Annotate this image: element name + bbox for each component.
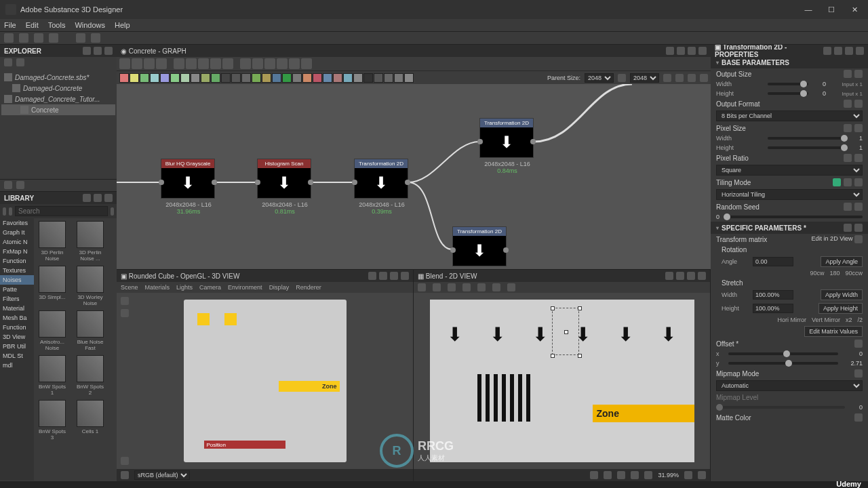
- palette-swatch[interactable]: [363, 73, 373, 83]
- scale-x2[interactable]: x2: [846, 317, 852, 323]
- graph-node[interactable]: Transformation 2D⬇2048x2048 - L160.84ms: [479, 118, 534, 158]
- reset-icon[interactable]: [844, 178, 852, 186]
- view3d-light-icon[interactable]: [121, 309, 129, 317]
- view3d-menu-display[interactable]: Display: [269, 284, 290, 291]
- explorer-item[interactable]: Damaged-Concrete.sbs*: [1, 72, 115, 83]
- specific-params-header[interactable]: SPECIFIC PARAMETERS *: [722, 224, 806, 232]
- palette-swatch[interactable]: [119, 73, 129, 83]
- explorer-pin-icon[interactable]: [83, 47, 91, 55]
- palette-swatch[interactable]: [272, 73, 281, 83]
- view3d-camera-icon[interactable]: [121, 297, 129, 305]
- palette-swatch[interactable]: [323, 73, 332, 83]
- tiling-mode-select[interactable]: Horizontal Tiling: [716, 189, 863, 200]
- width-slider[interactable]: [768, 83, 808, 85]
- view2d-max-icon[interactable]: [687, 272, 695, 280]
- palette-swatch[interactable]: [201, 73, 210, 83]
- reset-icon[interactable]: [844, 100, 852, 108]
- view2d-status-icon[interactable]: [590, 471, 598, 479]
- window-maximize[interactable]: ☐: [823, 5, 840, 14]
- node-size-select[interactable]: 2048: [630, 73, 659, 83]
- view3d-menu-lights[interactable]: Lights: [176, 284, 193, 291]
- graph-tool-icon[interactable]: [119, 58, 130, 69]
- graph-node[interactable]: Transformation 2D⬇2048x2048 - L160.39ms: [354, 159, 408, 199]
- hori-mirror[interactable]: Hori Mirror: [777, 317, 806, 323]
- palette-swatch[interactable]: [353, 73, 363, 83]
- view3d-preview[interactable]: Zone Position: [184, 300, 347, 462]
- graph-tool-icon[interactable]: [277, 58, 288, 69]
- library-thumb[interactable]: 3D Perlin Noise ...: [75, 221, 106, 262]
- palette-swatch[interactable]: [191, 73, 200, 83]
- view3d-menu-camera[interactable]: Camera: [199, 284, 221, 291]
- palette-swatch[interactable]: [170, 73, 180, 83]
- vert-mirror[interactable]: Vert Mirror: [812, 317, 840, 323]
- graph-rt-icon[interactable]: [688, 74, 696, 82]
- toolbar-new-icon[interactable]: [4, 33, 14, 43]
- reset-icon[interactable]: [844, 124, 852, 132]
- menu-windows[interactable]: Windows: [75, 21, 105, 29]
- graph-node[interactable]: Histogram Scan⬇2048x2048 - L160.81ms: [257, 159, 311, 199]
- graph-tool-icon[interactable]: [210, 58, 221, 69]
- graph-tool-icon[interactable]: [156, 58, 167, 69]
- library-thumb[interactable]: 3D Worley Noise: [75, 266, 106, 306]
- library-category[interactable]: mdl: [0, 361, 34, 370]
- graph-tool-icon[interactable]: [289, 58, 300, 69]
- view2d-reset-icon[interactable]: [698, 471, 706, 479]
- graph-rt-icon[interactable]: [675, 74, 684, 82]
- view2d-status-icon[interactable]: [631, 471, 639, 479]
- menu-icon[interactable]: [854, 154, 863, 162]
- palette-swatch[interactable]: [404, 73, 414, 83]
- library-category[interactable]: Noises: [0, 275, 34, 285]
- explorer-item[interactable]: Damaged_Concrete_Tutor...: [1, 94, 115, 104]
- library-thumb[interactable]: Blue Noise Fast: [75, 310, 106, 351]
- library-thumb[interactable]: BnW Spots 2: [75, 355, 106, 396]
- palette-swatch[interactable]: [302, 73, 312, 83]
- view2d-tool-icon[interactable]: [507, 283, 515, 291]
- apply-angle-button[interactable]: Apply Angle: [821, 256, 863, 267]
- menu-icon[interactable]: [854, 203, 863, 211]
- edit-matrix-button[interactable]: Edit Matrix Values: [804, 326, 863, 337]
- link-icon[interactable]: [618, 74, 626, 82]
- info-icon[interactable]: [4, 181, 12, 189]
- view2d-status-icon[interactable]: [644, 471, 652, 479]
- library-category[interactable]: Favorites: [0, 218, 34, 228]
- graph-pop-icon[interactable]: [677, 47, 685, 55]
- library-thumb[interactable]: BnW Spots 3: [37, 400, 68, 441]
- base-params-header[interactable]: BASE PARAMETERS: [722, 59, 789, 66]
- library-thumb[interactable]: Anisotro... Noise: [37, 310, 68, 351]
- view2d-tool-icon[interactable]: [448, 283, 456, 291]
- palette-swatch[interactable]: [221, 73, 231, 83]
- graph-tool-icon[interactable]: [222, 58, 233, 69]
- palette-swatch[interactable]: [384, 73, 393, 83]
- view2d-tool-icon[interactable]: [492, 283, 500, 291]
- library-thumb[interactable]: Cells 1: [75, 400, 106, 441]
- graph-pin-icon[interactable]: [666, 47, 674, 55]
- palette-swatch[interactable]: [241, 73, 251, 83]
- reset-icon[interactable]: [844, 154, 852, 162]
- menu-icon[interactable]: [854, 235, 863, 243]
- window-close[interactable]: ✕: [846, 5, 863, 14]
- explorer-max-icon[interactable]: [94, 47, 102, 55]
- reset-icon[interactable]: [844, 70, 852, 78]
- view2d-status-icon[interactable]: [617, 471, 625, 479]
- library-category[interactable]: Mesh Ba: [0, 313, 34, 323]
- explorer-tool2-icon[interactable]: [16, 58, 24, 66]
- palette-swatch[interactable]: [394, 73, 403, 83]
- toolbar-save-icon[interactable]: [34, 33, 43, 43]
- library-close-icon[interactable]: [104, 194, 113, 202]
- explorer-close-icon[interactable]: [104, 47, 113, 55]
- explorer-tool1-icon[interactable]: [4, 58, 12, 66]
- library-category[interactable]: Material: [0, 304, 34, 313]
- view2d-zoom[interactable]: 31.99%: [658, 472, 679, 479]
- palette-swatch[interactable]: [140, 73, 149, 83]
- menu-icon[interactable]: [854, 369, 863, 378]
- palette-swatch[interactable]: [160, 73, 170, 83]
- edit-2d-link[interactable]: Edit in 2D View: [812, 235, 853, 242]
- graph-rt-icon[interactable]: [700, 74, 708, 82]
- toolbar-saveall-icon[interactable]: [49, 33, 58, 43]
- explorer-item[interactable]: Concrete: [1, 104, 115, 115]
- library-category[interactable]: Filters: [0, 294, 34, 304]
- colorspace-select[interactable]: sRGB (default): [134, 470, 190, 480]
- graph-node[interactable]: Blur HQ Grayscale⬇2048x2048 - L1631.96ms: [161, 159, 215, 199]
- view2d-tool-icon[interactable]: [418, 283, 426, 291]
- graph-tool-icon[interactable]: [301, 58, 312, 69]
